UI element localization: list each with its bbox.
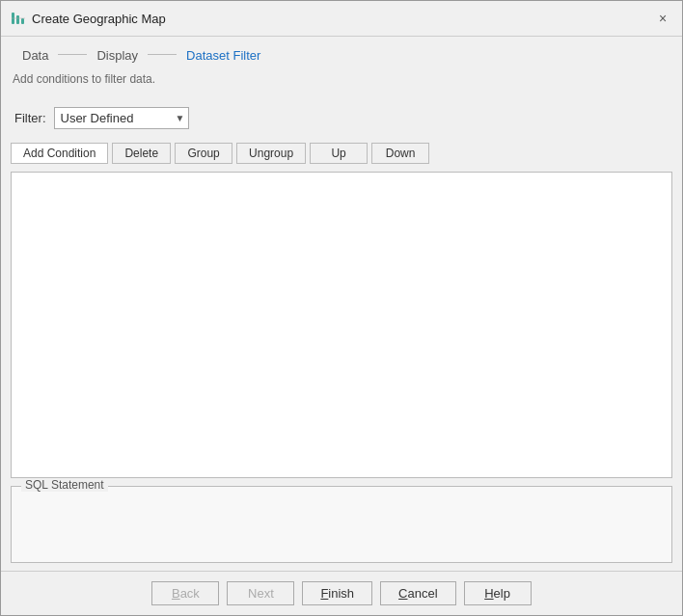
tab-dataset-filter-label: Dataset Filter — [186, 48, 260, 63]
filter-select-wrapper: User Defined None Custom ▼ — [54, 107, 189, 129]
filter-label: Filter: — [14, 111, 46, 125]
tab-data-label: Data — [22, 48, 48, 63]
filter-toolbar: Add Condition Delete Group Ungroup Up Do… — [11, 143, 672, 164]
dialog-title: Create Geographic Map — [32, 12, 166, 26]
svg-rect-2 — [21, 18, 24, 24]
tab-data[interactable]: Data — [13, 44, 58, 67]
tab-display-label: Display — [96, 48, 138, 63]
tab-bar: Data Display Dataset Filter — [1, 37, 682, 67]
tab-separator-1 — [58, 54, 87, 55]
cancel-underline: Cancel — [398, 586, 437, 601]
back-underline: Back — [172, 586, 200, 601]
bottom-bar: Back Next Finish Cancel Help — [1, 571, 682, 615]
cancel-button[interactable]: Cancel — [380, 581, 455, 605]
sql-statement-panel: SQL Statement — [11, 486, 672, 563]
dialog: Create Geographic Map × Data Display Dat… — [0, 0, 683, 616]
next-label: Next — [248, 586, 274, 601]
help-underline: Help — [484, 586, 510, 601]
up-button[interactable]: Up — [310, 143, 368, 164]
subtitle: Add conditions to filter data. — [1, 67, 682, 94]
tab-display[interactable]: Display — [87, 44, 148, 67]
down-button[interactable]: Down — [371, 143, 429, 164]
svg-rect-1 — [16, 15, 19, 24]
sql-content — [12, 487, 671, 554]
help-button[interactable]: Help — [464, 581, 532, 605]
next-button[interactable]: Next — [227, 581, 294, 605]
main-content: Filter: User Defined None Custom ▼ Add C… — [1, 94, 682, 571]
title-bar-left: Create Geographic Map — [11, 11, 166, 26]
app-icon — [11, 11, 26, 26]
sql-legend: SQL Statement — [21, 478, 108, 492]
delete-button[interactable]: Delete — [112, 143, 171, 164]
ungroup-button[interactable]: Ungroup — [236, 143, 306, 164]
group-button[interactable]: Group — [175, 143, 232, 164]
filter-select[interactable]: User Defined None Custom — [54, 107, 189, 129]
back-button[interactable]: Back — [151, 581, 219, 605]
filter-conditions-panel — [11, 172, 672, 478]
filter-row: Filter: User Defined None Custom ▼ — [11, 101, 672, 135]
finish-underline: Finish — [320, 586, 354, 601]
close-button[interactable]: × — [653, 9, 672, 28]
tab-separator-2 — [148, 54, 177, 55]
finish-button[interactable]: Finish — [302, 581, 372, 605]
add-condition-button[interactable]: Add Condition — [11, 143, 108, 164]
tab-dataset-filter[interactable]: Dataset Filter — [177, 44, 270, 67]
title-bar: Create Geographic Map × — [1, 1, 682, 37]
